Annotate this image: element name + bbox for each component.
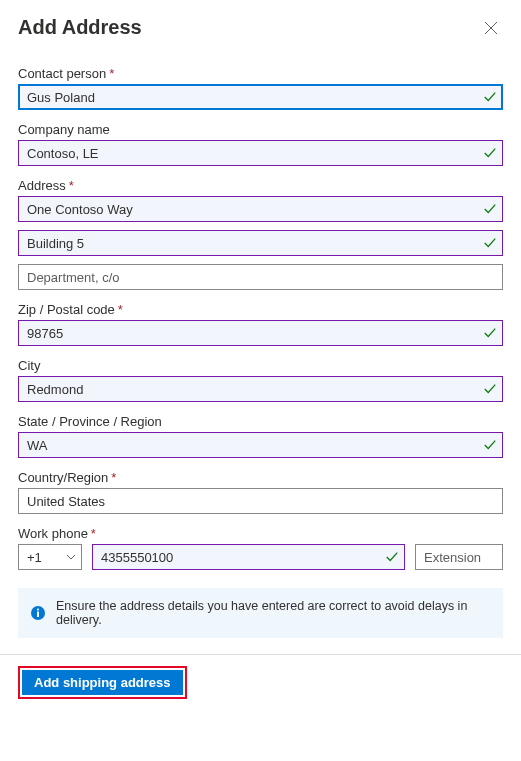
address-line3-input[interactable] (18, 264, 503, 290)
company-name-label: Company name (18, 122, 503, 137)
required-marker: * (118, 302, 123, 317)
info-banner: Ensure the address details you have ente… (18, 588, 503, 638)
add-shipping-address-button[interactable]: Add shipping address (22, 670, 183, 695)
close-button[interactable] (479, 16, 503, 40)
state-label: State / Province / Region (18, 414, 503, 429)
panel-header: Add Address (18, 16, 503, 40)
country-input[interactable] (18, 488, 503, 514)
required-marker: * (91, 526, 96, 541)
panel-footer: Add shipping address (0, 655, 521, 715)
country-label: Country/Region* (18, 470, 503, 485)
phone-label: Work phone* (18, 526, 503, 541)
contact-person-input[interactable] (18, 84, 503, 110)
state-input[interactable] (18, 432, 503, 458)
add-address-form: Add Address Contact person* Company name… (0, 0, 521, 655)
address-line1-input[interactable] (18, 196, 503, 222)
svg-rect-4 (37, 612, 39, 618)
contact-person-label: Contact person* (18, 66, 503, 81)
phone-number-input[interactable] (92, 544, 405, 570)
close-icon (484, 21, 498, 35)
city-input[interactable] (18, 376, 503, 402)
required-marker: * (69, 178, 74, 193)
zip-input[interactable] (18, 320, 503, 346)
panel-title: Add Address (18, 16, 142, 39)
info-icon (30, 605, 46, 621)
address-line2-input[interactable] (18, 230, 503, 256)
company-name-input[interactable] (18, 140, 503, 166)
svg-point-3 (37, 608, 39, 610)
phone-country-code-select[interactable] (18, 544, 82, 570)
phone-extension-input[interactable] (415, 544, 503, 570)
zip-label: Zip / Postal code* (18, 302, 503, 317)
city-label: City (18, 358, 503, 373)
submit-highlight: Add shipping address (18, 666, 187, 699)
required-marker: * (109, 66, 114, 81)
address-label: Address* (18, 178, 503, 193)
required-marker: * (111, 470, 116, 485)
info-text: Ensure the address details you have ente… (56, 599, 491, 627)
